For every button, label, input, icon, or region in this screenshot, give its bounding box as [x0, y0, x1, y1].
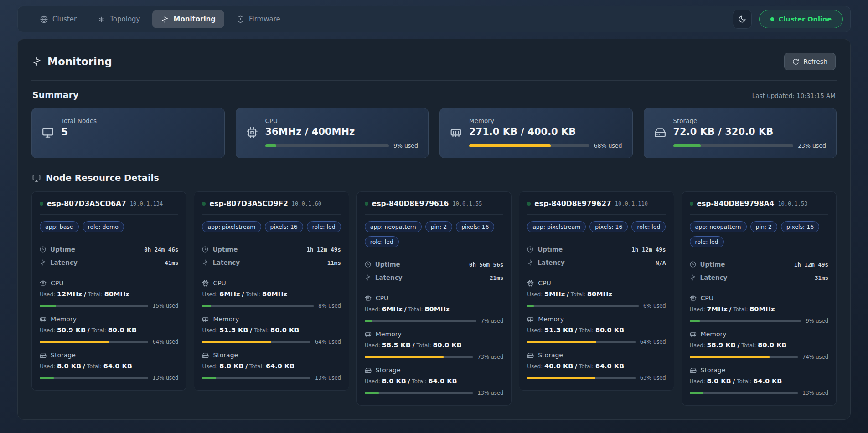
- tab-label: Topology: [110, 15, 140, 23]
- node-ip: 10.0.1.55: [452, 201, 482, 207]
- usage-bar: [527, 341, 636, 343]
- uptime-label: Uptime: [40, 246, 75, 253]
- usage-bar: [673, 144, 794, 147]
- nav-tabs: Cluster Topology Monitoring Firmware: [31, 10, 289, 28]
- node-card: esp-840D8E979627 10.0.1.110 app: pixelst…: [519, 191, 674, 391]
- node-tag: app: neopattern: [690, 221, 747, 232]
- node-status-dot-icon: [527, 202, 531, 206]
- resource-label: CPU: [365, 294, 503, 302]
- uptime-label: Uptime: [202, 246, 238, 253]
- cluster-status-badge[interactable]: Cluster Online: [759, 10, 843, 28]
- memory-icon: [40, 316, 46, 323]
- summary-heading: Summary: [32, 90, 78, 100]
- divider: [365, 254, 503, 254]
- usage-percent-label: 68% used: [594, 142, 622, 149]
- resource-section: Storage Used: 8.0 KB / Total: 64.0 KB 13…: [690, 366, 828, 396]
- usage-bar: [690, 320, 801, 322]
- usage-bar: [690, 356, 798, 358]
- summary-card: Memory 271.0 KB / 400.0 KB 68% used: [439, 108, 633, 158]
- cpu-icon: [527, 280, 534, 287]
- usage-bar: [469, 144, 589, 147]
- divider: [202, 214, 341, 215]
- summary-card-value: 72.0 KB / 320.0 KB: [673, 126, 827, 137]
- divider: [365, 288, 503, 288]
- usage-bar: [690, 392, 798, 394]
- node-name: esp-807D3A5CD6A7: [47, 200, 126, 208]
- summary-card-label: Storage: [673, 117, 827, 124]
- theme-toggle-button[interactable]: [733, 10, 752, 29]
- node-tags: app: pixelstreampixels: 16role: led: [527, 221, 666, 232]
- latency-label: Latency: [40, 259, 78, 266]
- node-tag: app: neopattern: [365, 221, 422, 232]
- usage-percent-label: 64% used: [640, 339, 666, 345]
- clock-icon: [690, 261, 696, 268]
- cpu-icon: [246, 127, 258, 139]
- tab-cluster[interactable]: Cluster: [31, 10, 85, 28]
- node-tag: pin: 2: [425, 221, 452, 232]
- resource-usage-text: Used: 6MHz / Total: 80MHz: [202, 290, 341, 298]
- node-details-heading: Node Resource Details: [32, 173, 836, 183]
- usage-percent-label: 74% used: [802, 354, 828, 360]
- resource-section: CPU Used: 7MHz / Total: 80MHz 9% used: [690, 294, 828, 324]
- resource-usage-text: Used: 8.0 KB / Total: 64.0 KB: [202, 362, 341, 370]
- tab-firmware[interactable]: Firmware: [228, 10, 289, 28]
- resource-label: Memory: [365, 330, 503, 338]
- usage-percent-label: 9% used: [806, 318, 828, 324]
- activity-icon: [161, 15, 169, 23]
- summary-card: Total Nodes 5: [31, 108, 225, 158]
- last-updated-text: Last updated: 10:31:15 AM: [752, 92, 836, 99]
- harddrive-icon: [40, 352, 46, 359]
- divider: [365, 214, 503, 215]
- latency-value: 21ms: [490, 274, 503, 281]
- divider: [527, 239, 666, 239]
- latency-value: 11ms: [327, 259, 341, 266]
- node-name: esp-840D8E9798A4: [697, 200, 775, 208]
- node-ip: 10.0.1.134: [130, 201, 163, 207]
- node-tag: role: led: [690, 236, 724, 247]
- resource-section: Memory Used: 51.3 KB / Total: 80.0 KB 64…: [527, 315, 666, 345]
- activity-icon: [690, 274, 696, 281]
- tab-topology[interactable]: Topology: [89, 10, 149, 28]
- node-cards: esp-807D3A5CD6A7 10.0.1.134 app: baserol…: [31, 191, 837, 406]
- resource-section: CPU Used: 5MHz / Total: 80MHz 6% used: [527, 279, 666, 309]
- usage-percent-label: 23% used: [798, 142, 826, 149]
- globe-icon: [40, 15, 48, 23]
- summary-card-value: 36MHz / 400MHz: [265, 126, 418, 137]
- clock-icon: [527, 246, 533, 253]
- refresh-icon: [792, 58, 799, 65]
- node-name: esp-840D8E979627: [534, 200, 611, 208]
- resource-section: CPU Used: 6MHz / Total: 80MHz 8% used: [202, 279, 341, 309]
- latency-value: 41ms: [165, 259, 178, 266]
- summary-card-value: 5: [61, 126, 214, 138]
- node-tag: role: led: [365, 236, 399, 247]
- node-card: esp-840D8E9798A4 10.0.1.53 app: neopatte…: [682, 191, 837, 406]
- tab-monitoring[interactable]: Monitoring: [152, 10, 224, 28]
- resource-usage-text: Used: 51.3 KB / Total: 80.0 KB: [202, 326, 341, 334]
- node-status-dot-icon: [40, 202, 43, 206]
- divider: [690, 254, 828, 254]
- resource-usage-text: Used: 51.3 KB / Total: 80.0 KB: [527, 326, 666, 334]
- node-tags: app: baserole: demo: [40, 221, 178, 232]
- refresh-button[interactable]: Refresh: [784, 53, 836, 70]
- divider: [40, 239, 178, 239]
- resource-label: Storage: [365, 366, 503, 374]
- usage-percent-label: 13% used: [315, 375, 341, 381]
- node-card: esp-807D3A5CD6A7 10.0.1.134 app: baserol…: [31, 191, 186, 391]
- usage-bar: [365, 392, 473, 394]
- usage-bar: [202, 305, 314, 307]
- resource-usage-text: Used: 8.0 KB / Total: 64.0 KB: [40, 362, 178, 370]
- resource-section: Storage Used: 8.0 KB / Total: 64.0 KB 13…: [202, 351, 341, 381]
- resource-section: CPU Used: 6MHz / Total: 80MHz 7% used: [365, 294, 503, 324]
- node-tag: app: pixelstream: [527, 221, 586, 232]
- tab-label: Monitoring: [173, 15, 215, 23]
- node-tag: role: demo: [83, 221, 124, 232]
- divider: [202, 273, 341, 273]
- node-tag: pixels: 16: [781, 221, 819, 232]
- usage-bar: [365, 320, 476, 322]
- activity-icon: [32, 57, 41, 66]
- node-status-dot-icon: [365, 202, 368, 206]
- resource-section: Memory Used: 58.9 KB / Total: 80.0 KB 74…: [690, 330, 828, 360]
- usage-bar: [202, 377, 310, 379]
- resource-label: Storage: [690, 366, 828, 374]
- resource-label: Storage: [527, 351, 666, 359]
